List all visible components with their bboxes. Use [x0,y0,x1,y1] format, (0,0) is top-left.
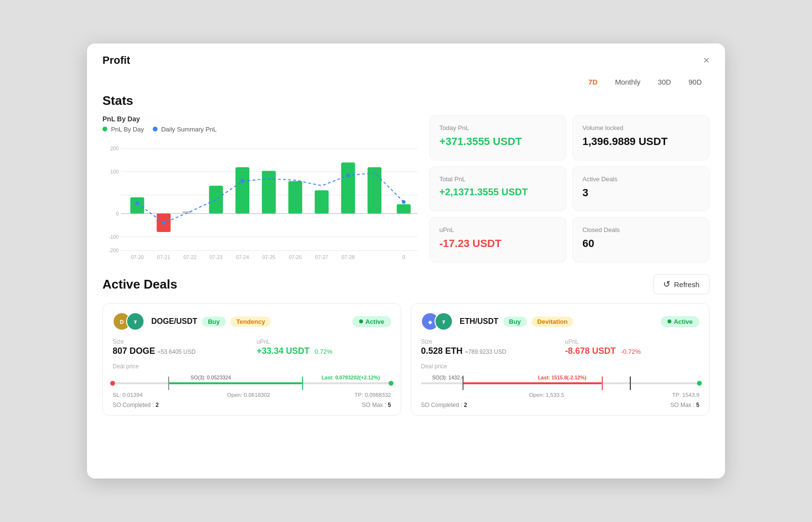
active-deals-header: Active Deals ↺ Refresh [102,274,710,294]
last-marker-doge [302,377,303,390]
size-usd-eth: ≈789.9233 USD [465,348,506,355]
size-label-eth: Size [421,338,555,345]
bar-07-28 [367,167,381,214]
price-bar-area-doge: SO(3): 0.0523324 Last: 0.0793202(+2.12%) [113,377,391,398]
active-deals-card: Active Deals 3 [572,166,710,212]
price-bottom-labels-doge: SL: 0.01394 Open: 0.0618302 TP: 0.098833… [113,392,391,398]
chart-legend: PnL By Day Daily Summary PnL [102,126,418,133]
svg-text:07-26: 07-26 [289,254,302,260]
volume-locked-card: Volume locked 1,396.9889 USDT [572,115,710,160]
volume-locked-label: Volume locked [582,124,699,131]
filter-30d[interactable]: 30D [650,75,679,88]
line-dot-4 [346,174,350,177]
chart-area: PnL By Day PnL By Day Daily Summary PnL [102,115,418,262]
buy-tag-doge: Buy [202,317,226,327]
open-label-eth: Open: 1,533.5 [529,392,564,398]
stats-content: PnL By Day PnL By Day Daily Summary PnL [102,115,710,262]
bar-07-26 [315,190,329,214]
tp-label-doge: TP: 0.0988332 [355,392,391,398]
bar-07-27 [341,162,355,213]
so-row-doge: SO Completed : 2 SO Max : 5 [113,402,391,408]
upnl-value-row-doge: +33.34 USDT 0.72% [257,346,391,356]
upnl-section-doge: uPnL +33.34 USDT 0.72% [257,338,391,356]
total-pnl-label: Total PnL [439,175,556,183]
upnl-label: uPnL [439,226,556,233]
svg-text:◆: ◆ [428,319,433,325]
line-dot-2 [162,221,166,225]
sl-dot-doge [110,381,115,386]
profit-window: Profit × 7D Monthly 30D 90D Stats PnL By… [87,44,725,478]
legend-dot-green [102,127,107,131]
svg-text:07-23: 07-23 [209,254,222,260]
strategy-tag-doge: Tendency [231,317,271,327]
active-deals-section: Active Deals ↺ Refresh D ₮ [87,262,725,416]
bar-07-22 [209,186,223,214]
active-dot-eth [667,319,671,323]
upnl-value-row-eth: -8.678 USDT -0.72% [565,346,699,356]
svg-text:07-28: 07-28 [342,254,355,260]
upnl-pct-doge: 0.72% [315,348,333,355]
buy-tag-eth: Buy [503,317,527,327]
legend-pnl-by-day: PnL By Day [102,126,144,133]
so-row-eth: SO Completed : 2 SO Max : 5 [421,402,699,408]
chart-svg: 200 100 0 -100 -200 [102,137,418,262]
chart-title: PnL By Day [102,115,418,123]
deal-stats-eth: Size 0.528 ETH ≈789.9233 USD uPnL -8.678… [421,338,699,356]
filter-monthly[interactable]: Monthly [607,75,648,88]
active-dot-doge [359,319,363,323]
so-max-label-eth: SO Max : 5 [670,402,699,408]
svg-text:D: D [120,319,124,325]
svg-text:07-24: 07-24 [236,254,249,260]
sl-label-doge: SL: 0.01394 [113,392,143,398]
coin-icons-eth: ◆ ₮ [421,312,453,331]
open-label-doge: Open: 0.0618302 [227,392,270,398]
bar-07-25 [288,181,302,214]
closed-deals-value: 60 [582,237,699,250]
svg-text:100: 100 [110,169,119,174]
bar-fill-eth [463,382,602,384]
deal-card-eth: ◆ ₮ ETH/USDT Buy Devitation Active [411,303,710,416]
coin-icons-doge: D ₮ [113,312,145,331]
pair-name-eth: ETH/USDT [460,317,498,326]
size-value-eth: 0.528 ETH ≈789.9233 USD [421,346,555,356]
open-marker-doge [168,377,169,390]
deal-header-eth: ◆ ₮ ETH/USDT Buy Devitation Active [421,312,699,331]
bar-0 [397,204,411,214]
line-dot-1 [135,202,139,205]
upnl-pct-eth: -0.72% [621,348,641,355]
svg-text:07-21: 07-21 [157,254,170,260]
filter-7d[interactable]: 7D [580,75,605,88]
refresh-label: Refresh [674,280,699,289]
active-label-eth: Active [674,318,693,325]
svg-text:-200: -200 [108,247,118,253]
bar-07-20 [130,197,145,214]
deal-price-label-eth: Deal price [421,363,699,370]
refresh-icon: ↺ [663,279,670,290]
tp-dot-doge [389,381,393,386]
svg-text:₮: ₮ [134,320,137,325]
bar-07-23 [235,167,249,214]
size-section-doge: Size 807 DOGE ≈53.6405 USD [113,338,247,356]
svg-text:₮: ₮ [442,320,446,325]
total-pnl-card: Total PnL +2,1371.3555 USDT [429,166,566,212]
price-bar-area-eth: SO(3): 1432.4 Last: 1515.8(-2.12%) [421,377,699,398]
tether-icon-2: ₮ [435,312,453,331]
close-button[interactable]: × [703,55,710,66]
price-bar-row-doge [113,377,391,390]
price-bottom-labels-eth: Open: 1,533.5 TP: 1543.9 [421,392,699,398]
window-header: Profit × [87,44,725,72]
filter-90d[interactable]: 90D [681,75,710,88]
refresh-button[interactable]: ↺ Refresh [653,274,710,294]
bar-07-24 [262,171,276,214]
active-label-doge: Active [365,318,384,325]
stats-title: Stats [102,93,710,108]
volume-locked-value: 1,396.9889 USDT [582,135,699,148]
upnl-section-eth: uPnL -8.678 USDT -0.72% [565,338,699,356]
today-pnl-card: Today PnL +371.3555 USDT [429,115,566,160]
active-deals-title: Active Deals [102,277,177,292]
tp-dot-eth [697,381,702,386]
tether-icon-1: ₮ [126,312,145,331]
so-completed-label-doge: SO Completed : 2 [113,402,159,408]
stats-section: 7D Monthly 30D 90D Stats PnL By Day PnL … [87,75,725,262]
closed-deals-card: Closed Deals 60 [572,217,710,262]
